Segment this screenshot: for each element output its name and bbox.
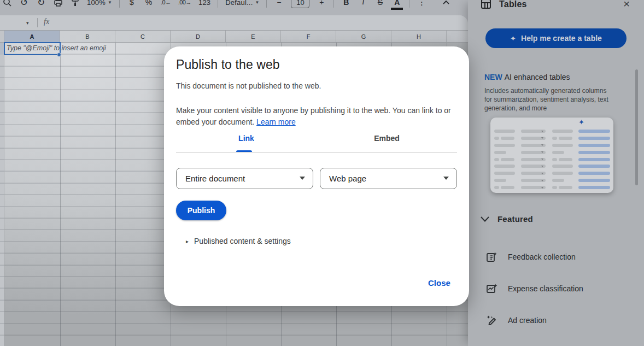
column-header-partial[interactable] bbox=[447, 31, 468, 42]
tab-embed[interactable]: Embed bbox=[317, 134, 457, 145]
publish-scope-select[interactable]: Entire document bbox=[176, 168, 313, 189]
dialog-tabs: Link Embed bbox=[176, 134, 457, 145]
fx-icon: fx bbox=[44, 17, 49, 26]
new-badge: NEW bbox=[484, 73, 502, 81]
zoom-select[interactable]: 100%▼ bbox=[87, 0, 112, 11]
toolbar-separator bbox=[266, 0, 267, 8]
column-header-c[interactable]: C bbox=[115, 31, 171, 42]
ai-enhanced-description: Includes automatically generated columns… bbox=[484, 86, 616, 113]
column-header-e[interactable]: E bbox=[226, 31, 281, 42]
increase-font-size-button[interactable]: + bbox=[317, 0, 326, 11]
sidebar-close-icon[interactable]: × bbox=[623, 0, 630, 10]
increase-decimal-button[interactable]: .00→ bbox=[178, 0, 191, 11]
sidebar-title: Tables bbox=[499, 0, 527, 9]
help-button-label: Help me create a table bbox=[521, 34, 602, 43]
cell-a1-placeholder-text: Type "@Emoji" to insert an emoji bbox=[7, 44, 106, 52]
undo-icon[interactable]: ↺ bbox=[19, 0, 29, 11]
sidebar-item-ad-creation[interactable]: Ad creation bbox=[486, 314, 634, 327]
disclosure-arrow-icon: ▸ bbox=[186, 238, 189, 244]
toolbar-separator bbox=[119, 0, 120, 8]
help-me-create-table-button[interactable]: ✦ Help me create a table bbox=[485, 28, 627, 48]
collapse-toolbar-icon[interactable] bbox=[441, 0, 451, 11]
more-options-icon[interactable]: ⋮ bbox=[417, 0, 426, 11]
bold-button[interactable]: B bbox=[341, 0, 351, 11]
font-select[interactable]: Defaul...▼ bbox=[225, 0, 259, 11]
selected-cell-a1[interactable]: Type "@Emoji" to insert an emoji bbox=[4, 42, 61, 55]
strikethrough-button[interactable]: S bbox=[375, 0, 385, 11]
chart-image-sparkle-icon bbox=[486, 283, 497, 295]
illustration-sparkle-icon: ✦ bbox=[578, 118, 584, 126]
decrease-font-size-button[interactable]: − bbox=[274, 0, 284, 11]
google-sheets-app: ↺ ↻ 100%▼ $ % .0← .00→ 123 Defaul...▼ − … bbox=[0, 0, 644, 346]
search-icon[interactable] bbox=[2, 0, 12, 11]
sidebar-scrollbar[interactable] bbox=[635, 69, 638, 185]
toolbar-separator bbox=[333, 0, 334, 8]
column-header-f[interactable]: F bbox=[281, 31, 336, 42]
column-header-b[interactable]: B bbox=[60, 31, 115, 42]
column-header-g[interactable]: G bbox=[336, 31, 391, 42]
fill-handle[interactable] bbox=[57, 52, 61, 57]
magic-wand-icon bbox=[486, 315, 497, 326]
format-currency-button[interactable]: $ bbox=[127, 0, 137, 11]
feedback-list-sparkle-icon bbox=[486, 251, 497, 263]
table-illustration: ✦ bbox=[490, 118, 613, 193]
format-percent-button[interactable]: % bbox=[144, 0, 154, 11]
italic-button[interactable]: I bbox=[358, 0, 368, 11]
publish-button[interactable]: Publish bbox=[176, 201, 226, 220]
table-icon bbox=[481, 0, 491, 11]
formula-bar-separator bbox=[37, 18, 38, 27]
decrease-decimal-button[interactable]: .0← bbox=[161, 0, 171, 11]
published-content-settings-toggle[interactable]: ▸ Published content & settings bbox=[186, 237, 291, 245]
chevron-down-icon bbox=[480, 216, 490, 222]
sparkle-icon: ✦ bbox=[510, 34, 516, 43]
illustration-row bbox=[490, 177, 613, 184]
illustration-row bbox=[490, 156, 613, 163]
print-icon[interactable] bbox=[53, 0, 63, 11]
dialog-status-text: This document is not published to the we… bbox=[176, 81, 321, 90]
illustration-row bbox=[490, 135, 613, 142]
tab-link[interactable]: Link bbox=[176, 134, 317, 145]
text-color-button[interactable]: A bbox=[392, 0, 402, 11]
number-format-button[interactable]: 123 bbox=[198, 0, 210, 11]
illustration-row bbox=[490, 170, 613, 177]
illustration-row bbox=[490, 149, 613, 156]
tables-sidebar: Tables × ✦ Help me create a table NEWAI … bbox=[468, 0, 644, 346]
toolbar: ↺ ↻ 100%▼ $ % .0← .00→ 123 Defaul...▼ − … bbox=[0, 0, 468, 15]
illustration-row bbox=[490, 128, 613, 135]
sidebar-item-expense-classification[interactable]: Expense classification bbox=[486, 282, 634, 295]
column-header-a[interactable]: A bbox=[4, 31, 60, 42]
tabs-divider bbox=[176, 152, 457, 153]
featured-label: Featured bbox=[497, 214, 533, 224]
formula-bar: ▾ fx bbox=[0, 15, 468, 30]
font-size-input[interactable]: 10 bbox=[291, 0, 309, 8]
column-header-h[interactable]: H bbox=[391, 31, 447, 42]
close-button[interactable]: Close bbox=[428, 278, 450, 288]
sidebar-item-feedback-collection[interactable]: Feedback collection bbox=[486, 250, 634, 263]
dropdown-caret-icon bbox=[300, 177, 305, 180]
dialog-description: Make your content visible to anyone by p… bbox=[176, 105, 452, 127]
column-header-d[interactable]: D bbox=[171, 31, 226, 42]
redo-icon[interactable]: ↻ bbox=[36, 0, 46, 11]
toolbar-separator bbox=[409, 0, 409, 8]
sidebar-header: Tables × bbox=[468, 0, 644, 15]
column-headers: A B C D E F G H bbox=[0, 30, 468, 43]
illustration-row bbox=[490, 184, 613, 191]
toolbar-separator bbox=[218, 0, 218, 8]
name-box-caret-icon[interactable]: ▾ bbox=[26, 20, 29, 26]
illustration-row bbox=[490, 163, 613, 170]
illustration-row bbox=[490, 142, 613, 149]
ai-enhanced-heading: NEWAI enhanced tables bbox=[484, 73, 570, 81]
select-all-corner[interactable] bbox=[0, 31, 4, 42]
learn-more-link[interactable]: Learn more bbox=[256, 118, 296, 126]
dropdown-caret-icon bbox=[443, 177, 449, 180]
publish-to-web-dialog: Publish to the web This document is not … bbox=[164, 46, 469, 306]
dialog-title: Publish to the web bbox=[176, 57, 280, 72]
featured-section-header[interactable]: Featured bbox=[480, 214, 533, 224]
publish-format-select[interactable]: Web page bbox=[320, 168, 457, 189]
table-illustration-rows bbox=[490, 128, 613, 191]
paint-format-icon[interactable] bbox=[70, 0, 80, 11]
row-headers-sliver[interactable] bbox=[0, 43, 4, 346]
